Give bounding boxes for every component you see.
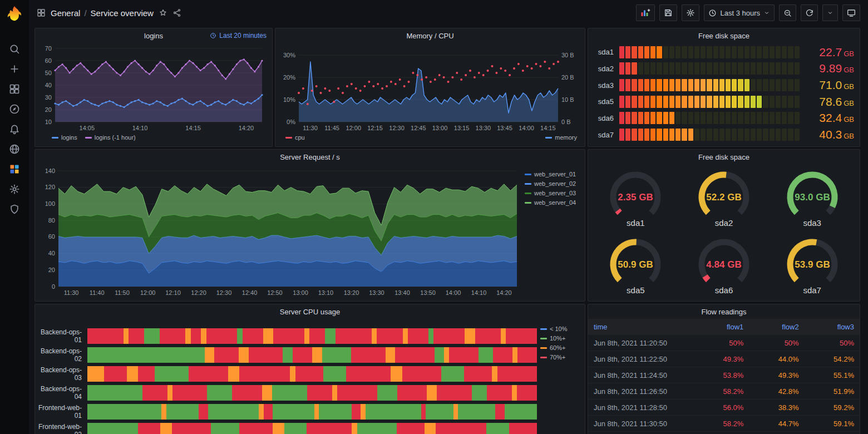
refresh-interval-dropdown[interactable] [822, 4, 838, 21]
legend-item[interactable]: cpu [285, 134, 305, 141]
svg-text:4.84 GB: 4.84 GB [706, 259, 741, 270]
column-header[interactable]: flow3 [805, 323, 860, 331]
time-range-picker[interactable]: Last 3 hours [704, 4, 775, 21]
explore-compass-icon[interactable] [0, 99, 29, 119]
svg-text:14:10: 14:10 [132, 125, 148, 131]
svg-text:20: 20 [45, 106, 52, 113]
flow-readings-table[interactable]: timeflow1flow2flow3Jun 8th, 2021 11:20:5… [588, 319, 860, 434]
search-icon[interactable] [0, 39, 29, 59]
refresh-button[interactable] [801, 4, 818, 21]
dashboard-settings-button[interactable] [682, 4, 699, 21]
legend-swatch [85, 137, 92, 139]
panel-title[interactable]: Free disk space [698, 32, 749, 40]
add-icon[interactable] [0, 59, 29, 79]
legend-item[interactable]: web_server_02 [525, 180, 580, 187]
panel-title[interactable]: Memory / CPU [406, 32, 453, 40]
panel-header[interactable]: Server Request / s [35, 150, 585, 164]
gauge: 4.84 GBsda6 [682, 235, 766, 295]
svg-text:93.0 GB: 93.0 GB [795, 192, 830, 203]
panel-header[interactable]: Memory / CPU [275, 28, 585, 43]
gauge-grid[interactable]: 2.35 GBsda152.2 GBsda293.0 GBsda350.9 GB… [591, 164, 856, 299]
svg-text:50: 50 [45, 70, 52, 76]
legend-item[interactable]: 10%+ [540, 335, 581, 342]
svg-text:40: 40 [48, 250, 55, 257]
table-row[interactable]: Jun 8th, 2021 11:28:5056.0%38.3%59.2% [588, 400, 860, 416]
svg-text:14:20: 14:20 [496, 289, 512, 296]
table-row[interactable]: Jun 8th, 2021 11:30:5058.2%44.7%59.1% [588, 416, 860, 432]
panel-title[interactable]: Server CPU usage [280, 308, 340, 316]
timeline-bar[interactable] [87, 423, 537, 434]
table-row[interactable]: Jun 8th, 2021 11:26:5058.2%42.8%51.9% [588, 383, 860, 400]
grafana-logo-icon[interactable] [0, 0, 29, 28]
zoom-out-button[interactable] [779, 4, 796, 21]
svg-text:50.9 GB: 50.9 GB [618, 259, 653, 270]
panel-title[interactable]: Free disk space [698, 153, 749, 161]
dashboards-icon[interactable] [0, 79, 29, 99]
panel-title[interactable]: logins [144, 32, 163, 40]
add-panel-button[interactable] [636, 4, 655, 21]
panel-header[interactable]: Server CPU usage [35, 304, 585, 319]
breadcrumb[interactable]: General / Service overview [51, 8, 154, 18]
server-admin-shield-icon[interactable] [0, 199, 29, 219]
gauge: 93.0 GBsda3 [771, 168, 854, 228]
legend-item[interactable]: 60%+ [540, 344, 581, 351]
panel-header[interactable]: Free disk space [588, 150, 860, 164]
memory-cpu-chart[interactable]: 0%10%20%30%0 B10 B20 B30 B11:3011:4512:0… [280, 44, 580, 132]
legend-item[interactable]: 70%+ [540, 354, 581, 361]
gauge-label: sda7 [803, 285, 821, 295]
panel-header[interactable]: logins Last 20 minutes [35, 28, 272, 43]
save-dashboard-button[interactable] [659, 4, 677, 21]
table-row[interactable]: Jun 8th, 2021 11:22:5049.3%44.0%54.2% [588, 351, 860, 367]
svg-text:11:40: 11:40 [90, 289, 105, 296]
timeline-bar[interactable] [87, 366, 537, 382]
legend-item[interactable]: logins (-1 hour) [85, 134, 136, 141]
timeline-bar[interactable] [87, 385, 537, 401]
gauge-label: sda6 [715, 285, 733, 295]
column-header[interactable]: time [588, 323, 694, 331]
svg-text:12:10: 12:10 [165, 289, 181, 296]
world-globe-icon[interactable] [0, 139, 29, 159]
breadcrumb-section[interactable]: General [51, 8, 80, 18]
panel-title[interactable]: Server Request / s [280, 153, 340, 161]
svg-text:14:15: 14:15 [185, 125, 201, 131]
configuration-gear-icon[interactable] [0, 179, 29, 199]
alerting-bell-icon[interactable] [0, 119, 29, 139]
app-plugin-icon[interactable] [0, 159, 29, 179]
legend-item[interactable]: web_server_04 [525, 199, 580, 206]
legend-item[interactable]: web_server_01 [525, 171, 580, 177]
tv-mode-button[interactable] [842, 4, 860, 21]
gauge: 50.9 GBsda5 [594, 235, 677, 295]
svg-text:12:40: 12:40 [242, 289, 258, 296]
legend-swatch [540, 328, 547, 330]
column-header[interactable]: flow1 [694, 323, 749, 331]
legend-item[interactable]: < 10% [540, 326, 581, 332]
legend-item[interactable]: web_server_03 [525, 190, 580, 196]
svg-text:12:30: 12:30 [216, 289, 232, 296]
legend-item[interactable]: memory [545, 134, 577, 141]
timeline-bar[interactable] [87, 328, 537, 344]
breadcrumb-page[interactable]: Service overview [91, 8, 154, 18]
table-row[interactable]: Jun 8th, 2021 11:24:5053.8%49.3%55.1% [588, 367, 860, 383]
panel-title[interactable]: Flow readings [702, 308, 747, 316]
logins-chart[interactable]: 1020304050607014:0514:1014:1514:20 [40, 44, 268, 132]
timeline-bar[interactable] [87, 347, 537, 363]
bar-gauge-row: sda740.3GB [594, 127, 854, 142]
table-row[interactable]: Jun 8th, 2021 11:32:5046.3%40.6%57.0% [588, 432, 860, 434]
legend-swatch [525, 193, 531, 194]
panel-header[interactable]: Free disk space [588, 28, 860, 43]
timeline-row: Frontend-web-01 [35, 402, 537, 421]
cpu-usage-legend: < 10%10%+60%+70%+ [537, 320, 581, 434]
star-icon[interactable] [159, 8, 167, 17]
time-range-badge[interactable]: Last 20 minutes [210, 28, 267, 43]
legend-item[interactable]: logins [52, 134, 77, 141]
svg-text:0%: 0% [287, 119, 295, 125]
bar-gauge-rows[interactable]: sda122.7GBsda29.89GBsda371.0GBsda578.6GB… [594, 44, 854, 143]
column-header[interactable]: flow2 [749, 323, 804, 331]
timeline-bar[interactable] [87, 404, 537, 420]
cpu-usage-timeline[interactable]: Backend-ops-01Backend-ops-02Backend-ops-… [35, 320, 537, 434]
svg-text:13:40: 13:40 [394, 289, 410, 296]
table-row[interactable]: Jun 8th, 2021 11:20:5050%50%50% [588, 335, 860, 351]
panel-header[interactable]: Flow readings [588, 304, 860, 319]
share-icon[interactable] [172, 8, 181, 17]
server-requests-chart[interactable]: 02040608010012014011:3011:4011:5012:0012… [40, 165, 521, 299]
